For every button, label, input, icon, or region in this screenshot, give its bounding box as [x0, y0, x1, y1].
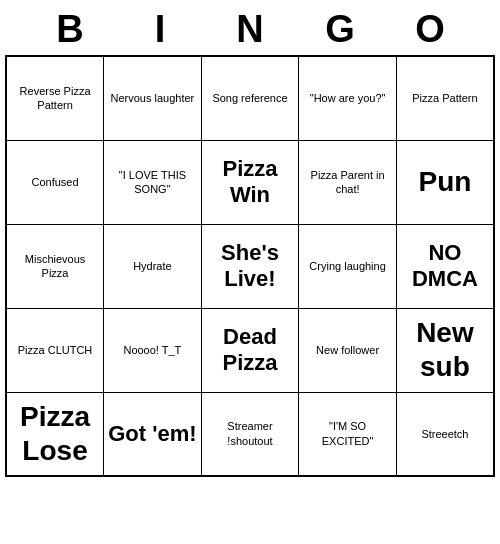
bingo-cell-r1-c1: "I LOVE THIS SONG" [104, 140, 202, 224]
bingo-cell-r3-c2: Dead Pizza [201, 308, 299, 392]
bingo-cell-r4-c4: Streeetch [396, 392, 494, 476]
bingo-cell-r1-c2: Pizza Win [201, 140, 299, 224]
bingo-cell-r0-c0: Reverse Pizza Pattern [6, 56, 104, 140]
bingo-cell-r4-c3: "I'M SO EXCITED" [299, 392, 397, 476]
bingo-cell-r3-c4: New sub [396, 308, 494, 392]
bingo-cell-r2-c3: Crying laughing [299, 224, 397, 308]
bingo-cell-r1-c3: Pizza Parent in chat! [299, 140, 397, 224]
letter-n: N [205, 8, 295, 51]
bingo-cell-r0-c4: Pizza Pattern [396, 56, 494, 140]
bingo-cell-r2-c0: Mischievous Pizza [6, 224, 104, 308]
bingo-cell-r3-c3: New follower [299, 308, 397, 392]
bingo-cell-r0-c2: Song reference [201, 56, 299, 140]
letter-i: I [115, 8, 205, 51]
letter-b: B [25, 8, 115, 51]
bingo-cell-r2-c4: NO DMCA [396, 224, 494, 308]
letter-o: O [385, 8, 475, 51]
bingo-cell-r2-c1: Hydrate [104, 224, 202, 308]
bingo-cell-r4-c1: Got 'em! [104, 392, 202, 476]
bingo-cell-r1-c0: Confused [6, 140, 104, 224]
bingo-cell-r1-c4: Pun [396, 140, 494, 224]
bingo-header: B I N G O [0, 0, 500, 55]
bingo-cell-r3-c0: Pizza CLUTCH [6, 308, 104, 392]
bingo-cell-r4-c2: Streamer !shoutout [201, 392, 299, 476]
bingo-cell-r4-c0: Pizza Lose [6, 392, 104, 476]
bingo-cell-r3-c1: Noooo! T_T [104, 308, 202, 392]
bingo-cell-r0-c1: Nervous laughter [104, 56, 202, 140]
bingo-grid: Reverse Pizza PatternNervous laughterSon… [5, 55, 495, 477]
bingo-cell-r0-c3: "How are you?" [299, 56, 397, 140]
bingo-cell-r2-c2: She's Live! [201, 224, 299, 308]
letter-g: G [295, 8, 385, 51]
